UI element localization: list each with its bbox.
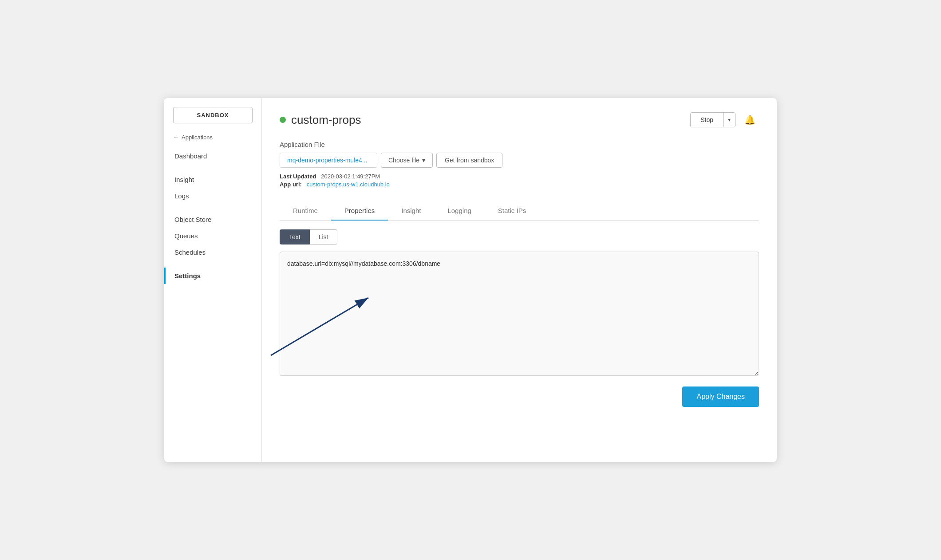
main-tabs: Runtime Properties Insight Logging Stati… <box>280 201 759 221</box>
notification-bell-icon[interactable]: 🔔 <box>741 113 759 127</box>
tab-insight[interactable]: Insight <box>388 201 434 221</box>
sub-tab-list[interactable]: List <box>310 229 338 245</box>
file-name-display: mq-demo-properties-mule4... <box>280 153 377 168</box>
sidebar: SANDBOX ← Applications Dashboard Insight… <box>164 98 262 462</box>
main-content: custom-props Stop ▾ 🔔 Application File m… <box>262 98 777 462</box>
properties-textarea[interactable] <box>280 252 759 376</box>
last-updated-label: Last Updated <box>280 173 316 180</box>
stop-button[interactable]: Stop <box>691 113 724 127</box>
sidebar-item-settings[interactable]: Settings <box>164 268 261 284</box>
stop-button-group: Stop ▾ <box>690 112 735 127</box>
sub-tab-text[interactable]: Text <box>280 229 310 245</box>
sidebar-item-schedules[interactable]: Schedules <box>164 244 261 260</box>
stop-dropdown-button[interactable]: ▾ <box>724 113 735 127</box>
app-file-section: Application File mq-demo-properties-mule… <box>280 141 759 189</box>
choose-file-chevron-icon: ▾ <box>422 157 425 164</box>
choose-file-button[interactable]: Choose file ▾ <box>381 153 433 168</box>
app-file-label: Application File <box>280 141 759 148</box>
tab-static-ips[interactable]: Static IPs <box>485 201 539 221</box>
last-updated-value: 2020-03-02 1:49:27PM <box>321 173 380 180</box>
header-actions: Stop ▾ 🔔 <box>690 112 759 127</box>
sidebar-item-logs[interactable]: Logs <box>164 188 261 204</box>
sidebar-item-object-store[interactable]: Object Store <box>164 211 261 228</box>
app-url-link[interactable]: custom-props.us-w1.cloudhub.io <box>307 181 390 188</box>
app-url-label: App url: <box>280 181 302 188</box>
sidebar-item-dashboard[interactable]: Dashboard <box>164 148 261 164</box>
app-title-group: custom-props <box>280 113 361 127</box>
properties-sub-tabs: Text List <box>280 229 759 245</box>
tab-logging[interactable]: Logging <box>434 201 484 221</box>
back-to-applications[interactable]: ← Applications <box>164 134 261 148</box>
app-url-row: App url: custom-props.us-w1.cloudhub.io <box>280 181 759 188</box>
back-arrow-icon: ← <box>173 134 179 141</box>
tab-runtime[interactable]: Runtime <box>280 201 331 221</box>
sidebar-item-insight[interactable]: Insight <box>164 171 261 188</box>
page-header: custom-props Stop ▾ 🔔 <box>280 112 759 127</box>
file-row: mq-demo-properties-mule4... Choose file … <box>280 153 759 168</box>
get-from-sandbox-button[interactable]: Get from sandbox <box>436 153 502 168</box>
last-updated-row: Last Updated 2020-03-02 1:49:27PM <box>280 173 759 180</box>
apply-changes-row: Apply Changes <box>280 386 759 407</box>
sidebar-nav: Dashboard Insight Logs Object Store Queu… <box>164 148 261 284</box>
sandbox-button[interactable]: SANDBOX <box>173 107 253 123</box>
choose-file-label: Choose file <box>388 157 419 164</box>
page-title: custom-props <box>291 113 361 127</box>
back-label: Applications <box>182 134 213 141</box>
tab-properties[interactable]: Properties <box>331 201 388 221</box>
sidebar-item-queues[interactable]: Queues <box>164 228 261 244</box>
apply-changes-button[interactable]: Apply Changes <box>682 386 759 407</box>
status-indicator <box>280 117 286 123</box>
